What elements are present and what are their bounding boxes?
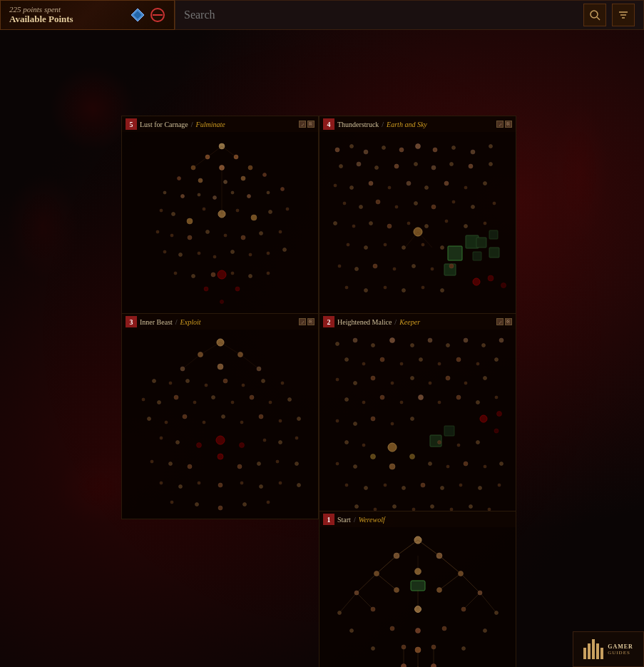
svg-point-164	[262, 380, 265, 383]
svg-point-282	[441, 487, 444, 490]
svg-point-135	[412, 265, 416, 268]
svg-point-62	[249, 275, 252, 278]
svg-point-217	[390, 338, 395, 343]
svg-point-100	[343, 202, 346, 205]
svg-point-24	[213, 196, 217, 200]
svg-point-65	[204, 287, 208, 291]
panel-4-title-normal: Thunderstruck	[337, 121, 379, 128]
panel-5-link-icon[interactable]: ⛓	[307, 121, 315, 128]
panel-2-link-icon[interactable]: ⛓	[505, 318, 512, 325]
svg-point-226	[380, 357, 384, 362]
panel-2-title-normal: Heightened Malice	[337, 318, 392, 326]
svg-point-264	[389, 464, 395, 469]
panel-3-expand-icon[interactable]: ⤢	[299, 318, 306, 325]
svg-point-270	[336, 462, 339, 465]
svg-point-66	[235, 287, 240, 291]
svg-point-114	[425, 225, 429, 228]
svg-rect-120	[473, 252, 481, 260]
panel-5-expand-icon[interactable]: ⤢	[299, 121, 306, 128]
svg-point-20	[263, 173, 267, 177]
svg-point-266	[362, 444, 365, 447]
panel-3-link-icon[interactable]: ⛓	[307, 318, 315, 325]
svg-point-203	[218, 483, 223, 487]
svg-point-39	[236, 209, 239, 212]
filter-button[interactable]	[612, 4, 635, 26]
svg-point-86	[414, 163, 418, 166]
svg-point-256	[336, 419, 339, 422]
search-button[interactable]	[583, 4, 606, 26]
panel-3-title-normal: Inner Beast	[140, 318, 173, 326]
panel-3-header-icons: ⤢ ⛓	[299, 318, 315, 325]
svg-point-67	[220, 300, 224, 304]
svg-point-128	[402, 246, 406, 250]
svg-point-260	[411, 417, 414, 421]
svg-point-75	[382, 146, 386, 150]
svg-point-19	[241, 176, 245, 180]
svg-point-196	[237, 464, 242, 469]
svg-point-112	[387, 224, 392, 228]
search-input[interactable]	[184, 9, 578, 21]
svg-point-158	[153, 380, 156, 383]
logo-text-group: GAMER GUIDES	[608, 643, 633, 656]
svg-point-178	[203, 421, 205, 424]
svg-point-130	[441, 246, 444, 250]
svg-point-162	[223, 379, 228, 383]
svg-point-59	[192, 275, 195, 278]
logo-sub-text: GUIDES	[608, 650, 633, 656]
svg-point-234	[354, 382, 357, 385]
svg-point-198	[276, 460, 279, 463]
svg-point-241	[484, 377, 487, 380]
svg-point-214	[336, 342, 339, 346]
svg-point-142	[421, 286, 424, 289]
svg-point-84	[375, 166, 379, 170]
panel-2-header: 2 Heightened Malice / Keeper ⤢ ⛓	[320, 314, 516, 330]
main-content: 5 Lust for Carnage / Fulminate ⤢ ⛓	[0, 30, 644, 667]
svg-point-79	[452, 146, 456, 150]
top-bar: 225 points spent Available Points	[0, 0, 644, 30]
svg-point-285	[498, 484, 501, 487]
svg-point-48	[260, 232, 263, 235]
logo-bar-4	[596, 643, 599, 659]
svg-rect-69	[448, 246, 462, 260]
svg-point-328	[442, 626, 446, 631]
panel-5-title-normal: Lust for Carnage	[140, 121, 188, 128]
svg-point-165	[281, 382, 284, 385]
svg-rect-294	[320, 527, 516, 667]
panel-2-title-special: Keeper	[399, 318, 420, 326]
svg-point-181	[259, 414, 263, 419]
svg-point-60	[211, 273, 215, 277]
panel-2-number: 2	[323, 316, 334, 327]
svg-point-91	[334, 184, 337, 187]
svg-point-236	[391, 382, 394, 385]
svg-rect-314	[411, 581, 425, 591]
panel-1-body	[320, 527, 516, 667]
svg-point-43	[170, 234, 173, 237]
svg-point-27	[267, 191, 270, 194]
svg-point-28	[281, 188, 285, 191]
svg-point-113	[407, 222, 410, 225]
panel-4-number: 4	[323, 118, 334, 130]
svg-point-280	[402, 487, 406, 490]
svg-point-184	[216, 436, 225, 444]
svg-point-221	[464, 338, 468, 342]
svg-point-107	[471, 205, 475, 209]
svg-point-26	[247, 195, 251, 198]
svg-point-105	[431, 205, 436, 209]
svg-point-278	[364, 487, 368, 490]
svg-point-49	[279, 230, 282, 233]
svg-point-205	[260, 485, 263, 489]
svg-point-95	[407, 181, 411, 185]
svg-point-137	[449, 264, 454, 268]
svg-point-204	[240, 482, 243, 484]
panel-4-link-icon[interactable]: ⛓	[505, 121, 512, 128]
svg-point-38	[203, 208, 205, 210]
svg-point-85	[394, 164, 399, 168]
svg-point-131	[338, 265, 341, 268]
panel-2-expand-icon[interactable]: ⤢	[496, 318, 504, 325]
svg-point-247	[438, 401, 441, 404]
points-text-group: 225 points spent Available Points	[9, 5, 73, 25]
svg-point-168	[174, 395, 178, 399]
svg-point-116	[464, 225, 468, 228]
panel-4-expand-icon[interactable]: ⤢	[496, 121, 504, 128]
svg-point-255	[494, 429, 499, 433]
